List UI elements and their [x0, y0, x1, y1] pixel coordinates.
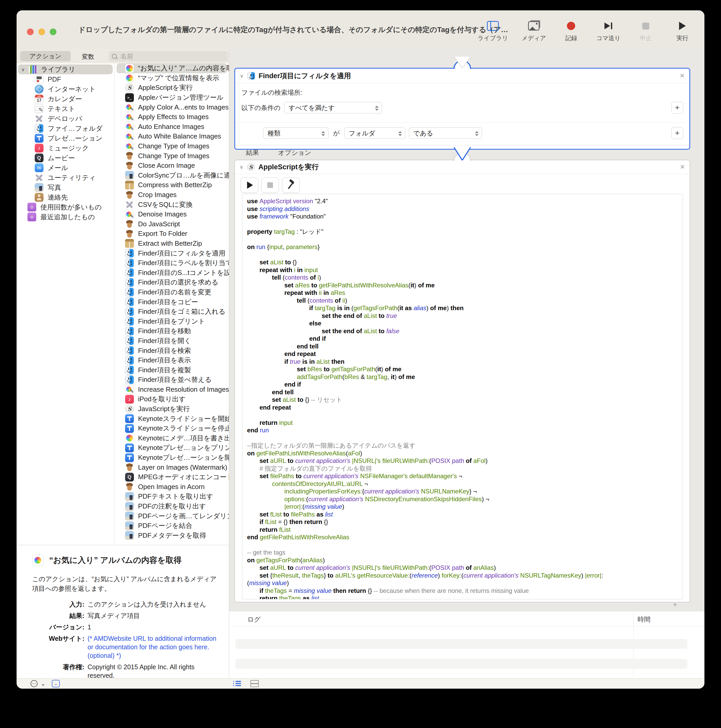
action-block-filter-finder-items[interactable]: ∨ Finder項目にフィルタを適用 ✕ ファイルの検索場所: 以下の条件の す… [234, 68, 690, 150]
action-list-item[interactable]: Finder項目をプリント [116, 317, 227, 326]
toolbar-button[interactable]: メディア [522, 20, 546, 42]
action-list-item[interactable]: Close Acorn Image [116, 161, 227, 171]
action-list-item[interactable]: Keynoteプレゼ…ョンをプリント [116, 443, 227, 453]
close-icon[interactable]: ✕ [680, 164, 685, 171]
sidebar-category-item[interactable]: デベロッパ [17, 114, 114, 124]
action-list-item[interactable]: Finder項目にラベルを割り当てる [116, 258, 227, 268]
collapse-chevron-icon[interactable]: ∨ [240, 73, 244, 79]
search-input[interactable] [120, 52, 225, 60]
action-list-item[interactable]: Finder項目を複製 [116, 365, 227, 375]
action-list-item[interactable]: PDFの注釈を取り出す [116, 502, 227, 511]
action-list-item[interactable]: Auto Enhance Images [116, 122, 227, 132]
media-browser-toggle-icon[interactable]: ⌄ [52, 680, 60, 687]
action-list-item[interactable]: Finder項目をコピー [116, 297, 227, 307]
add-rule-button[interactable]: + [671, 127, 683, 139]
action-list-item[interactable]: JavaScriptを実行 [116, 404, 227, 414]
sidebar-category-item[interactable]: メール [17, 163, 114, 173]
script-run-button[interactable] [240, 177, 258, 193]
sidebar-smart-folder-item[interactable]: 使用回数が多いもの [17, 202, 114, 212]
minimize-window-button[interactable] [38, 29, 45, 35]
rule-value-select[interactable]: フォルダ [344, 127, 405, 139]
chevron-down-icon[interactable]: ⌄ [41, 681, 45, 687]
action-list-item[interactable]: ColorSyncプロ…ルを画像に適用 [116, 171, 227, 180]
script-stop-button[interactable] [261, 177, 279, 193]
action-list-item[interactable]: Finder項目をゴミ箱に入れる [116, 307, 227, 317]
sidebar-category-item[interactable]: 連絡先 [17, 192, 114, 202]
action-list-item[interactable]: “お気に入り” ア…ムの内容を取得 [116, 63, 227, 73]
action-list-item[interactable]: CSVをSQLに変換 [116, 200, 227, 210]
action-block-run-applescript[interactable]: ∨ AppleScriptを実行 ✕ use AppleScript versi… [234, 160, 690, 603]
action-list-item[interactable]: Change Type of Images [116, 151, 227, 161]
close-icon[interactable]: ✕ [680, 72, 685, 80]
sidebar-category-item[interactable]: 写真 [17, 182, 114, 192]
action-list-item[interactable]: Finder項目を開く [116, 336, 227, 346]
action-list-item[interactable]: Apply Effects to Images [116, 112, 227, 122]
rule-field-select[interactable]: 種類 [263, 127, 328, 139]
action-list-item[interactable]: Export To Folder [116, 229, 227, 239]
more-options-icon[interactable]: ··· [31, 680, 38, 687]
action-list-item[interactable]: Keynoteにメデ…項目を書き出す [116, 433, 227, 443]
action-list-item[interactable]: Open Images in Acorn [116, 482, 227, 492]
action-block-header[interactable]: ∨ Finder項目にフィルタを適用 ✕ [235, 69, 689, 83]
sidebar-category-item[interactable]: カレンダー [17, 94, 114, 104]
action-list-item[interactable]: Change Type of Images [116, 141, 227, 151]
sidebar-category-item[interactable]: テキスト [17, 104, 114, 114]
action-list-item[interactable]: Increase Resolution of Images [116, 385, 227, 395]
sidebar-category-item[interactable]: インターネット [17, 84, 114, 94]
action-list-item[interactable]: Appleバージョン管理ツール [116, 93, 227, 102]
sidebar-category-item[interactable]: ミュージック [17, 143, 114, 153]
chevron-down-icon[interactable]: ∨ [21, 67, 25, 72]
action-list-item[interactable]: Keynoteスライドショーを停止 [116, 424, 227, 433]
sidebar-category-item[interactable]: プレゼ…ーション [17, 133, 114, 143]
action-list-item[interactable]: PDFページを結合 [116, 521, 227, 531]
tab-variables[interactable]: 変数 [82, 52, 94, 61]
sidebar-smart-folder-item[interactable]: 最近追加したもの [17, 212, 114, 222]
action-list-item[interactable]: MPEGオーディオにエンコード [116, 472, 227, 482]
applescript-code-editor[interactable]: use AppleScript version "2.4"use scripti… [242, 194, 683, 600]
collapse-chevron-icon[interactable]: ∨ [240, 164, 243, 170]
action-list-item[interactable]: iPodを取り出す [116, 394, 227, 404]
action-list-item[interactable]: Layer on Images (Watermark) [116, 462, 227, 472]
search-field[interactable] [109, 51, 228, 62]
action-list-item[interactable]: Keynoteプレゼ…ーションを開く [116, 453, 227, 463]
sidebar-category-item[interactable]: ムービー [17, 153, 114, 163]
action-list-item[interactable]: Finder項目の名前を変更 [116, 288, 227, 297]
variables-view-icon[interactable] [250, 680, 258, 687]
toolbar-button[interactable]: ライブラリ [478, 20, 508, 42]
sidebar-item-library[interactable]: ∨ ライブラリ [18, 64, 113, 74]
action-list-item[interactable]: Denoise Images [116, 210, 227, 219]
sidebar-category-item[interactable]: ユーティリティ [17, 173, 114, 182]
action-list-item[interactable]: Finder項目を検索 [116, 346, 227, 355]
rule-operator-select[interactable]: である [409, 127, 482, 139]
script-compile-button[interactable] [282, 177, 300, 193]
result-toggle[interactable]: 結果 [246, 148, 259, 157]
log-view-icon[interactable] [233, 681, 241, 687]
action-list-item[interactable]: “マップ” で位置情報を表示 [116, 73, 227, 83]
action-list-item[interactable]: Apply Color A...ents to Images [116, 102, 227, 112]
close-window-button[interactable] [27, 29, 34, 35]
condition-select[interactable]: すべてを満たす [284, 102, 382, 113]
options-toggle[interactable]: オプション [278, 148, 311, 157]
action-list-item[interactable]: Crop Images [116, 190, 227, 200]
toolbar-button[interactable]: 実行 [671, 20, 694, 42]
action-list-item[interactable]: Auto White Balance Images [116, 132, 227, 141]
sidebar-category-item[interactable]: ファイ…フォルダ [17, 124, 114, 133]
toolbar-button[interactable]: コマ送り [596, 20, 620, 42]
action-list-item[interactable]: Extract with BetterZip [116, 239, 227, 249]
action-list-item[interactable]: Do JavaScript [116, 219, 227, 229]
add-condition-button[interactable]: + [671, 102, 683, 114]
action-list-item[interactable]: Finder項目を並べ替える [116, 375, 227, 385]
action-list-item[interactable]: Finder項目にフィルタを適用 [116, 248, 227, 258]
action-list-item[interactable]: Compress with BetterZip [116, 180, 227, 190]
action-list-item[interactable]: AppleScriptを実行 [116, 83, 227, 93]
pane-resize-handle[interactable] [674, 603, 677, 606]
action-list-item[interactable]: PDFテキストを取り出す [116, 492, 227, 502]
action-list-item[interactable]: Finder項目のS...tコメントを設定 [116, 268, 227, 278]
action-list-item[interactable]: PDFメタデータを取得 [116, 531, 227, 541]
zoom-window-button[interactable] [50, 29, 57, 35]
action-list-item[interactable]: Keynoteスライドショーを開始 [116, 414, 227, 424]
action-list-item[interactable]: PDFページを画…てレンダリング [116, 511, 227, 521]
action-list-item[interactable]: Finder項目を表示 [116, 355, 227, 365]
toolbar-button[interactable]: 記録 [559, 20, 583, 42]
action-list-item[interactable]: Finder項目を移動 [116, 326, 227, 336]
